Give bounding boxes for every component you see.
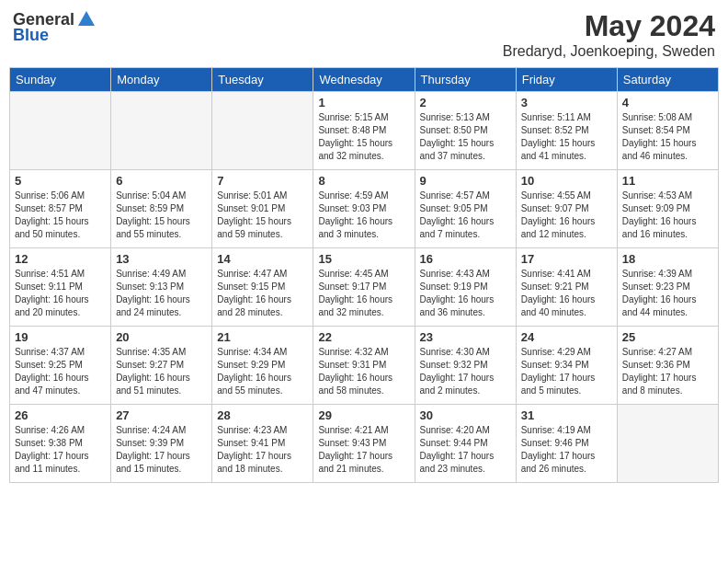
day-info: Sunrise: 4:47 AMSunset: 9:15 PMDaylight:… — [217, 268, 308, 319]
day-info: Sunrise: 4:37 AMSunset: 9:25 PMDaylight:… — [15, 346, 106, 397]
day-number: 30 — [420, 408, 511, 422]
day-info: Sunrise: 4:32 AMSunset: 9:31 PMDaylight:… — [318, 346, 409, 397]
header-sunday: Sunday — [10, 68, 111, 92]
table-row: 19Sunrise: 4:37 AMSunset: 9:25 PMDayligh… — [10, 327, 111, 405]
day-info: Sunrise: 4:35 AMSunset: 9:27 PMDaylight:… — [116, 346, 207, 397]
day-info: Sunrise: 4:51 AMSunset: 9:11 PMDaylight:… — [15, 268, 106, 319]
day-number: 19 — [15, 330, 106, 344]
header-tuesday: Tuesday — [212, 68, 313, 92]
day-info: Sunrise: 4:20 AMSunset: 9:44 PMDaylight:… — [420, 424, 511, 476]
day-info: Sunrise: 4:34 AMSunset: 9:29 PMDaylight:… — [217, 346, 308, 397]
day-number: 15 — [318, 252, 409, 266]
day-info: Sunrise: 4:39 AMSunset: 9:23 PMDaylight:… — [622, 268, 713, 319]
day-number: 21 — [217, 330, 308, 344]
title-section: May 2024 Bredaryd, Joenkoeping, Sweden — [503, 9, 715, 60]
calendar-week-row: 12Sunrise: 4:51 AMSunset: 9:11 PMDayligh… — [10, 248, 719, 327]
day-number: 16 — [420, 252, 511, 266]
day-number: 31 — [521, 408, 612, 422]
day-info: Sunrise: 4:27 AMSunset: 9:36 PMDaylight:… — [622, 346, 713, 397]
table-row: 3Sunrise: 5:11 AMSunset: 8:52 PMDaylight… — [516, 92, 617, 170]
day-info: Sunrise: 4:41 AMSunset: 9:21 PMDaylight:… — [521, 268, 612, 319]
day-number: 4 — [622, 96, 713, 109]
day-number: 1 — [318, 96, 409, 109]
table-row: 29Sunrise: 4:21 AMSunset: 9:43 PMDayligh… — [313, 405, 415, 483]
calendar-week-row: 1Sunrise: 5:15 AMSunset: 8:48 PMDaylight… — [10, 92, 719, 170]
day-number: 3 — [521, 96, 612, 109]
table-row: 13Sunrise: 4:49 AMSunset: 9:13 PMDayligh… — [111, 248, 212, 327]
day-info: Sunrise: 4:21 AMSunset: 9:43 PMDaylight:… — [318, 424, 409, 476]
calendar-week-row: 5Sunrise: 5:06 AMSunset: 8:57 PMDaylight… — [10, 170, 719, 248]
table-row: 12Sunrise: 4:51 AMSunset: 9:11 PMDayligh… — [10, 248, 111, 327]
day-number: 2 — [420, 96, 511, 109]
header-saturday: Saturday — [617, 68, 718, 92]
day-info: Sunrise: 4:43 AMSunset: 9:19 PMDaylight:… — [420, 268, 511, 319]
day-number: 29 — [318, 408, 409, 422]
table-row: 28Sunrise: 4:23 AMSunset: 9:41 PMDayligh… — [212, 405, 313, 483]
table-row: 18Sunrise: 4:39 AMSunset: 9:23 PMDayligh… — [617, 248, 718, 327]
day-number: 22 — [318, 330, 409, 344]
day-number: 8 — [318, 174, 409, 188]
page-header: General Blue May 2024 Bredaryd, Joenkoep… — [9, 9, 719, 60]
day-info: Sunrise: 4:29 AMSunset: 9:34 PMDaylight:… — [521, 346, 612, 397]
day-info: Sunrise: 4:30 AMSunset: 9:32 PMDaylight:… — [420, 346, 511, 397]
day-number: 14 — [217, 252, 308, 266]
logo-blue: Blue — [13, 26, 49, 45]
day-info: Sunrise: 5:06 AMSunset: 8:57 PMDaylight:… — [15, 190, 106, 241]
table-row: 4Sunrise: 5:08 AMSunset: 8:54 PMDaylight… — [617, 92, 718, 170]
day-info: Sunrise: 4:53 AMSunset: 9:09 PMDaylight:… — [622, 190, 713, 241]
table-row: 17Sunrise: 4:41 AMSunset: 9:21 PMDayligh… — [516, 248, 617, 327]
table-row: 21Sunrise: 4:34 AMSunset: 9:29 PMDayligh… — [212, 327, 313, 405]
table-row: 10Sunrise: 4:55 AMSunset: 9:07 PMDayligh… — [516, 170, 617, 248]
table-row: 9Sunrise: 4:57 AMSunset: 9:05 PMDaylight… — [415, 170, 516, 248]
day-number: 26 — [15, 408, 106, 422]
day-number: 23 — [420, 330, 511, 344]
header-thursday: Thursday — [415, 68, 516, 92]
table-row: 14Sunrise: 4:47 AMSunset: 9:15 PMDayligh… — [212, 248, 313, 327]
logo: General Blue — [13, 9, 97, 45]
day-number: 12 — [15, 252, 106, 266]
day-number: 20 — [116, 330, 207, 344]
day-info: Sunrise: 5:13 AMSunset: 8:50 PMDaylight:… — [420, 111, 511, 163]
day-info: Sunrise: 4:49 AMSunset: 9:13 PMDaylight:… — [116, 268, 207, 319]
svg-marker-0 — [78, 11, 95, 26]
table-row: 5Sunrise: 5:06 AMSunset: 8:57 PMDaylight… — [10, 170, 111, 248]
table-row: 8Sunrise: 4:59 AMSunset: 9:03 PMDaylight… — [313, 170, 415, 248]
header-friday: Friday — [516, 68, 617, 92]
table-row: 15Sunrise: 4:45 AMSunset: 9:17 PMDayligh… — [313, 248, 415, 327]
day-info: Sunrise: 5:11 AMSunset: 8:52 PMDaylight:… — [521, 111, 612, 163]
table-row: 30Sunrise: 4:20 AMSunset: 9:44 PMDayligh… — [415, 405, 516, 483]
table-row: 11Sunrise: 4:53 AMSunset: 9:09 PMDayligh… — [617, 170, 718, 248]
day-info: Sunrise: 5:04 AMSunset: 8:59 PMDaylight:… — [116, 190, 207, 241]
table-row: 16Sunrise: 4:43 AMSunset: 9:19 PMDayligh… — [415, 248, 516, 327]
day-info: Sunrise: 4:26 AMSunset: 9:38 PMDaylight:… — [15, 424, 106, 476]
day-number: 25 — [622, 330, 713, 344]
location-subtitle: Bredaryd, Joenkoeping, Sweden — [503, 43, 715, 60]
day-info: Sunrise: 4:19 AMSunset: 9:46 PMDaylight:… — [521, 424, 612, 476]
day-info: Sunrise: 4:57 AMSunset: 9:05 PMDaylight:… — [420, 190, 511, 241]
day-info: Sunrise: 4:59 AMSunset: 9:03 PMDaylight:… — [318, 190, 409, 241]
day-number: 24 — [521, 330, 612, 344]
table-row: 7Sunrise: 5:01 AMSunset: 9:01 PMDaylight… — [212, 170, 313, 248]
day-info: Sunrise: 4:23 AMSunset: 9:41 PMDaylight:… — [217, 424, 308, 476]
table-row: 24Sunrise: 4:29 AMSunset: 9:34 PMDayligh… — [516, 327, 617, 405]
day-info: Sunrise: 4:55 AMSunset: 9:07 PMDaylight:… — [521, 190, 612, 241]
calendar-week-row: 26Sunrise: 4:26 AMSunset: 9:38 PMDayligh… — [10, 405, 719, 483]
table-row: 25Sunrise: 4:27 AMSunset: 9:36 PMDayligh… — [617, 327, 718, 405]
table-row: 1Sunrise: 5:15 AMSunset: 8:48 PMDaylight… — [313, 92, 415, 170]
logo-icon — [76, 9, 97, 29]
header-monday: Monday — [111, 68, 212, 92]
day-info: Sunrise: 4:24 AMSunset: 9:39 PMDaylight:… — [116, 424, 207, 476]
table-row: 2Sunrise: 5:13 AMSunset: 8:50 PMDaylight… — [415, 92, 516, 170]
day-number: 17 — [521, 252, 612, 266]
day-info: Sunrise: 5:01 AMSunset: 9:01 PMDaylight:… — [217, 190, 308, 241]
day-info: Sunrise: 5:15 AMSunset: 8:48 PMDaylight:… — [318, 111, 409, 163]
day-info: Sunrise: 4:45 AMSunset: 9:17 PMDaylight:… — [318, 268, 409, 319]
table-row — [10, 92, 111, 170]
table-row: 27Sunrise: 4:24 AMSunset: 9:39 PMDayligh… — [111, 405, 212, 483]
day-number: 27 — [116, 408, 207, 422]
month-year-title: May 2024 — [503, 9, 715, 43]
day-number: 5 — [15, 174, 106, 188]
weekday-header-row: Sunday Monday Tuesday Wednesday Thursday… — [10, 68, 719, 92]
day-number: 13 — [116, 252, 207, 266]
table-row — [111, 92, 212, 170]
